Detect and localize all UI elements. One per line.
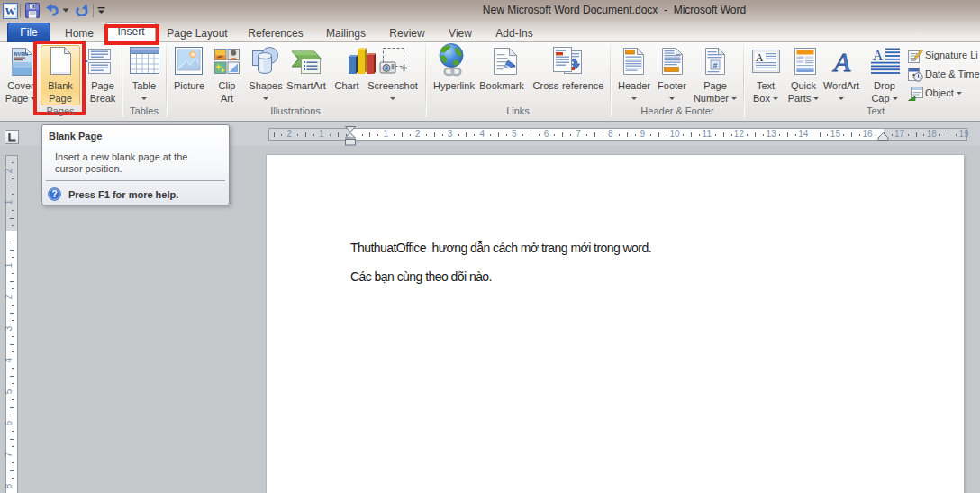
svg-text:NVRN: NVRN	[14, 51, 29, 57]
svg-text:A: A	[756, 51, 764, 64]
svg-text:A: A	[873, 48, 884, 63]
svg-text:?: ?	[51, 189, 57, 199]
svg-text:W: W	[5, 5, 16, 18]
svg-text:A: A	[832, 48, 851, 77]
svg-text:#: #	[712, 61, 717, 70]
